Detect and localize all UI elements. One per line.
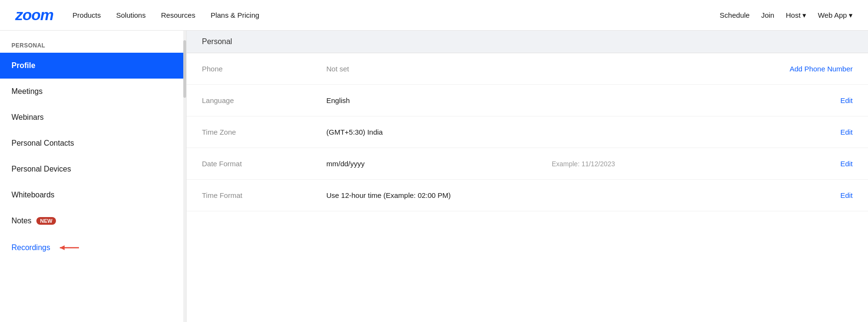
- profile-row-time-format: Time Format Use 12-hour time (Example: 0…: [187, 180, 868, 211]
- nav-solutions[interactable]: Solutions: [116, 11, 146, 19]
- language-label: Language: [202, 96, 326, 104]
- nav-plans-pricing[interactable]: Plans & Pricing: [211, 11, 259, 19]
- profile-row-phone: Phone Not set Add Phone Number: [187, 53, 868, 85]
- svg-marker-1: [60, 245, 65, 250]
- add-phone-button[interactable]: Add Phone Number: [790, 65, 853, 73]
- language-edit-button[interactable]: Edit: [840, 96, 853, 104]
- webapp-button[interactable]: Web App ▾: [818, 11, 853, 20]
- arrow-indicator: [58, 242, 81, 253]
- sidebar-section-personal: PERSONAL: [0, 34, 186, 53]
- timezone-edit-button[interactable]: Edit: [840, 128, 853, 136]
- page-layout: PERSONAL Profile Meetings Webinars Perso…: [0, 31, 868, 322]
- main-nav: Products Solutions Resources Plans & Pri…: [73, 11, 720, 19]
- red-arrow-icon: [58, 242, 81, 253]
- nav-products[interactable]: Products: [73, 11, 101, 19]
- nav-resources[interactable]: Resources: [161, 11, 195, 19]
- logo[interactable]: zoom: [15, 6, 54, 24]
- main-content: Personal Phone Not set Add Phone Number …: [187, 31, 868, 322]
- time-format-edit-button[interactable]: Edit: [840, 191, 853, 199]
- sidebar-item-recordings[interactable]: Recordings: [0, 234, 186, 262]
- time-format-value: Use 12-hour time (Example: 02:00 PM): [326, 191, 576, 199]
- sidebar-item-personal-devices[interactable]: Personal Devices: [0, 156, 186, 182]
- join-button[interactable]: Join: [761, 11, 775, 19]
- header-actions: Schedule Join Host ▾ Web App ▾: [720, 11, 853, 20]
- new-badge: NEW: [36, 217, 56, 225]
- sidebar-item-webinars[interactable]: Webinars: [0, 104, 186, 130]
- section-header-personal: Personal: [187, 31, 868, 53]
- sidebar-item-meetings[interactable]: Meetings: [0, 79, 186, 104]
- sidebar-item-personal-contacts[interactable]: Personal Contacts: [0, 130, 186, 156]
- profile-row-language: Language English Edit: [187, 85, 868, 116]
- sidebar-scrollbar[interactable]: [183, 31, 186, 322]
- language-value: English: [326, 96, 576, 104]
- phone-value: Not set: [326, 65, 550, 73]
- profile-row-date-format: Date Format mm/dd/yyyy Example: 11/12/20…: [187, 148, 868, 180]
- date-format-example: Example: 11/12/2023: [552, 160, 615, 168]
- sidebar-scrollbar-thumb: [183, 40, 186, 98]
- schedule-button[interactable]: Schedule: [720, 11, 750, 19]
- date-format-label: Date Format: [202, 160, 326, 168]
- profile-row-timezone: Time Zone (GMT+5:30) India Edit: [187, 116, 868, 148]
- sidebar-item-whiteboards[interactable]: Whiteboards: [0, 182, 186, 208]
- header: zoom Products Solutions Resources Plans …: [0, 0, 868, 31]
- sidebar: PERSONAL Profile Meetings Webinars Perso…: [0, 31, 187, 322]
- timezone-value: (GMT+5:30) India: [326, 128, 576, 136]
- host-button[interactable]: Host ▾: [786, 11, 806, 20]
- time-format-label: Time Format: [202, 191, 326, 199]
- date-format-value: mm/dd/yyyy: [326, 160, 536, 168]
- timezone-label: Time Zone: [202, 128, 326, 136]
- phone-label: Phone: [202, 65, 326, 73]
- date-format-edit-button[interactable]: Edit: [840, 160, 853, 168]
- sidebar-item-profile[interactable]: Profile: [0, 53, 186, 79]
- sidebar-item-notes[interactable]: Notes NEW: [0, 208, 186, 234]
